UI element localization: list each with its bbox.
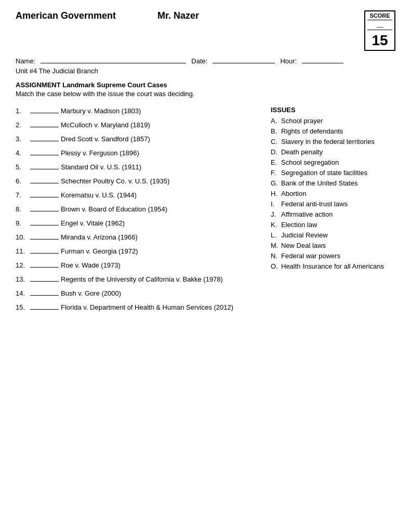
case-answer-blank[interactable]: [30, 218, 59, 225]
name-field[interactable]: [41, 55, 186, 63]
date-field[interactable]: [213, 55, 275, 63]
case-name: Regents of the University of California …: [61, 275, 260, 283]
case-number: 9.: [16, 219, 30, 227]
case-name: McCulloch v. Maryland (1819): [61, 121, 260, 129]
case-answer-blank[interactable]: [30, 246, 59, 254]
issue-item: N.Federal war powers: [271, 252, 395, 260]
issue-letter: N.: [271, 252, 281, 260]
case-item: 9.Engel v. Vitale (1962): [16, 218, 260, 227]
case-item: 13.Regents of the University of Californ…: [16, 274, 260, 283]
case-name: Standard Oil v. U.S. (1911): [61, 163, 260, 171]
case-number: 13.: [16, 275, 30, 283]
case-answer-blank[interactable]: [30, 204, 59, 211]
case-answer-blank[interactable]: [30, 260, 59, 268]
case-item: 8.Brown v. Board of Education (1954): [16, 204, 260, 213]
issue-text: Affirmative action: [281, 210, 395, 218]
issue-text: School segregation: [281, 158, 395, 166]
issue-text: Federal war powers: [281, 252, 395, 260]
name-label: Name:: [16, 57, 35, 65]
case-answer-blank[interactable]: [30, 274, 59, 282]
case-number: 10.: [16, 233, 30, 241]
case-number: 3.: [16, 135, 30, 143]
issue-text: Segregation of state facilities: [281, 169, 395, 177]
issue-item: E.School segregation: [271, 158, 395, 166]
issue-text: Bank of the United States: [281, 179, 395, 187]
issue-item: M.New Deal laws: [271, 242, 395, 249]
case-answer-blank[interactable]: [30, 302, 59, 310]
case-number: 4.: [16, 149, 30, 157]
score-line: __: [367, 21, 392, 30]
issue-text: Election law: [281, 221, 395, 229]
case-answer-blank[interactable]: [30, 162, 59, 169]
case-name: Roe v. Wade (1973): [61, 261, 260, 269]
case-answer-blank[interactable]: [30, 288, 59, 296]
issue-item: H.Abortion: [271, 190, 395, 197]
case-number: 14.: [16, 289, 30, 297]
case-number: 7.: [16, 191, 30, 199]
case-answer-blank[interactable]: [30, 134, 59, 141]
case-name: Miranda v. Arizona (1966): [61, 233, 260, 241]
assignment-subtitle: Match the case below with the issue the …: [16, 90, 395, 98]
issue-item: G.Bank of the United States: [271, 179, 395, 187]
case-item: 12.Roe v. Wade (1973): [16, 260, 260, 269]
case-answer-blank[interactable]: [30, 176, 59, 183]
issue-item: J.Affirmative action: [271, 210, 395, 218]
case-answer-blank[interactable]: [30, 190, 59, 197]
case-answer-blank[interactable]: [30, 148, 59, 155]
case-name: Dred Scott v. Sandford (1857): [61, 135, 260, 143]
case-number: 8.: [16, 205, 30, 213]
case-item: 7.Korematsu v. U.S. (1944): [16, 190, 260, 199]
case-number: 5.: [16, 163, 30, 171]
issue-letter: G.: [271, 179, 281, 187]
issue-item: O.Health Insurance for all Americans: [271, 262, 395, 270]
issue-text: Judicial Review: [281, 231, 395, 239]
case-name: Engel v. Vitale (1962): [61, 219, 260, 227]
case-item: 4.Plessy v. Ferguson (1896): [16, 148, 260, 157]
case-item: 11.Furman v. Georgia (1972): [16, 246, 260, 255]
issue-letter: I.: [271, 200, 281, 208]
case-answer-blank[interactable]: [30, 232, 59, 240]
case-answer-blank[interactable]: [30, 106, 59, 113]
issue-item: I.Federal anti-trust laws: [271, 200, 395, 208]
issue-letter: F.: [271, 169, 281, 177]
case-item: 5.Standard Oil v. U.S. (1911): [16, 162, 260, 171]
case-name: Florida v. Department of Health & Human …: [61, 303, 260, 311]
issue-text: New Deal laws: [281, 242, 395, 249]
case-name: Furman v. Georgia (1972): [61, 247, 260, 255]
issues-column: ISSUES A.School prayerB.Rights of defend…: [271, 106, 395, 316]
cases-column: 1.Marbury v. Madison (1803)2.McCulloch v…: [16, 106, 260, 316]
case-name: Plessy v. Ferguson (1896): [61, 149, 260, 157]
case-name: Bush v. Gore (2000): [61, 289, 260, 297]
issue-letter: L.: [271, 231, 281, 239]
hour-field[interactable]: [302, 55, 343, 63]
issue-text: Federal anti-trust laws: [281, 200, 395, 208]
case-number: 11.: [16, 247, 30, 255]
issue-letter: D.: [271, 148, 281, 156]
issue-text: Abortion: [281, 190, 395, 197]
case-number: 15.: [16, 303, 30, 311]
issue-letter: K.: [271, 221, 281, 229]
case-number: 1.: [16, 107, 30, 115]
issue-letter: H.: [271, 190, 281, 197]
issue-item: L.Judicial Review: [271, 231, 395, 239]
case-name: Korematsu v. U.S. (1944): [61, 191, 260, 199]
content-area: 1.Marbury v. Madison (1803)2.McCulloch v…: [16, 106, 395, 316]
case-item: 10.Miranda v. Arizona (1966): [16, 232, 260, 241]
case-item: 3.Dred Scott v. Sandford (1857): [16, 134, 260, 143]
case-answer-blank[interactable]: [30, 120, 59, 127]
case-name: Marbury v. Madison (1803): [61, 107, 260, 115]
issue-item: K.Election law: [271, 221, 395, 229]
issues-header: ISSUES: [271, 106, 395, 114]
date-label: Date:: [191, 57, 207, 65]
issue-item: D.Death penalty: [271, 148, 395, 156]
unit-label: Unit #4 The Judicial Branch: [16, 67, 395, 75]
issue-item: F.Segregation of state facilities: [271, 169, 395, 177]
case-item: 15.Florida v. Department of Health & Hum…: [16, 302, 260, 311]
issue-letter: B.: [271, 127, 281, 135]
case-item: 1.Marbury v. Madison (1803): [16, 106, 260, 115]
issue-letter: E.: [271, 158, 281, 166]
issue-letter: C.: [271, 138, 281, 145]
score-value: 15: [372, 32, 388, 49]
issue-item: B.Rights of defendants: [271, 127, 395, 135]
issue-letter: O.: [271, 262, 281, 270]
